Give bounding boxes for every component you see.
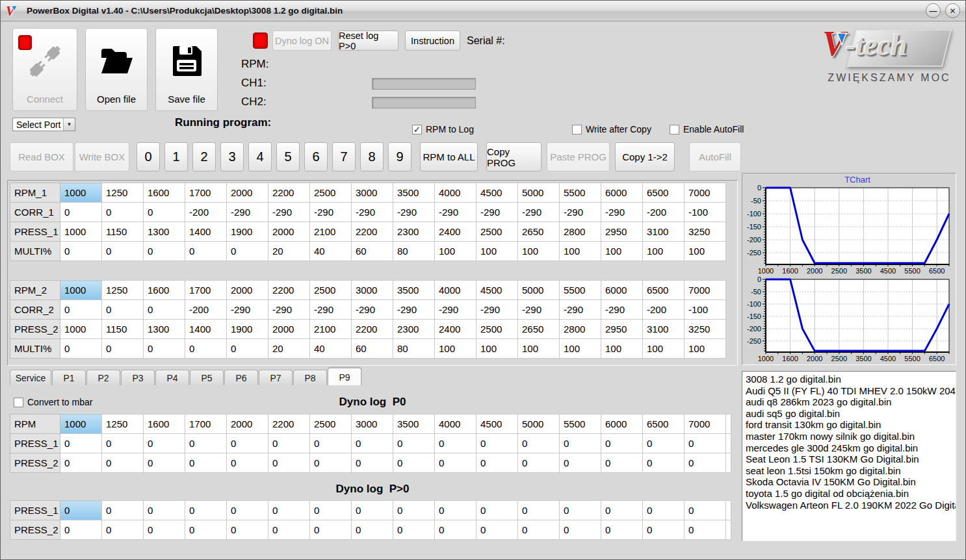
program-8-button[interactable]: 8 (360, 142, 384, 172)
grid-cell[interactable]: 7000 (685, 414, 726, 434)
grid-cell[interactable]: 0 (227, 242, 268, 261)
grid-cell[interactable]: 3500 (393, 281, 435, 300)
grid-cell[interactable]: 0 (393, 434, 435, 453)
file-list-item[interactable]: master 170km nowy silnik go digital.bin (746, 431, 956, 442)
grid-cell[interactable]: 1900 (227, 320, 268, 339)
grid-cell[interactable]: 1600 (144, 183, 185, 203)
grid-cell[interactable]: 0 (518, 501, 560, 520)
grid-cell[interactable]: 3000 (352, 414, 393, 434)
grid-cell[interactable]: 0 (601, 520, 643, 540)
grid-cell[interactable]: 0 (310, 453, 352, 473)
grid-cell[interactable]: 0 (185, 242, 227, 261)
grid-cell[interactable]: 6000 (601, 414, 643, 434)
grid-cell[interactable]: 0 (185, 434, 227, 453)
grid-cell[interactable]: 0 (643, 520, 685, 540)
grid-cell[interactable]: 0 (643, 501, 685, 520)
grid-cell[interactable]: 2200 (352, 222, 393, 242)
grid-cell[interactable]: 100 (643, 339, 685, 359)
grid-cell[interactable]: 1150 (102, 320, 144, 339)
rpm-to-log-checkbox[interactable]: ✓ RPM to Log (412, 124, 474, 134)
grid-cell[interactable]: 0 (352, 501, 393, 520)
grid-cell[interactable]: -290 (560, 203, 601, 222)
grid-cell[interactable]: 4000 (435, 281, 476, 300)
file-list-item[interactable]: mercedes gle 300d 245km go digital.bin (746, 442, 956, 454)
grid-cell[interactable]: -290 (227, 203, 268, 222)
grid-cell[interactable]: 1000 (60, 414, 102, 434)
program-7-button[interactable]: 7 (332, 142, 356, 172)
grid-cell[interactable]: 0 (601, 501, 643, 520)
grid-cell[interactable]: 40 (310, 339, 352, 359)
grid-cell[interactable]: 0 (144, 339, 185, 359)
grid-cell[interactable]: 0 (310, 434, 352, 453)
grid-cell[interactable]: -290 (518, 203, 560, 222)
grid-cell[interactable]: 1900 (227, 222, 268, 242)
grid-cell[interactable]: 0 (310, 520, 352, 540)
grid-cell[interactable]: 100 (643, 242, 685, 261)
grid-cell[interactable]: 0 (393, 453, 435, 473)
grid-cell[interactable]: 1250 (102, 414, 144, 434)
grid-cell[interactable]: 1400 (185, 320, 227, 339)
tab-p5[interactable]: P5 (190, 370, 224, 385)
grid-cell[interactable]: 0 (60, 520, 102, 540)
grid-cell[interactable]: 3000 (352, 281, 393, 300)
file-list-item[interactable]: audi sq5 go digital.bin (746, 408, 956, 420)
grid-cell[interactable]: 2500 (310, 414, 352, 434)
grid-cell[interactable]: 0 (102, 453, 144, 473)
grid-cell[interactable]: 2800 (560, 222, 601, 242)
save-file-button[interactable]: Save file (155, 28, 218, 111)
grid-cell[interactable]: 2100 (310, 222, 352, 242)
file-list[interactable]: 3008 1.2 go digital.binAudi Q5 II (FY FL… (742, 371, 956, 541)
grid-cell[interactable]: 2100 (310, 320, 352, 339)
read-box-button[interactable]: Read BOX (10, 142, 73, 172)
grid-cell[interactable]: 3000 (352, 183, 393, 203)
tab-p4[interactable]: P4 (155, 370, 189, 385)
grid-cell[interactable]: 0 (476, 501, 518, 520)
grid-cell[interactable]: -290 (310, 203, 352, 222)
grid-cell[interactable]: 0 (435, 520, 476, 540)
program-2-button[interactable]: 2 (192, 142, 216, 172)
grid-cell[interactable]: 6500 (643, 414, 685, 434)
grid-cell[interactable]: -290 (601, 203, 643, 222)
grid-cell[interactable]: -290 (476, 203, 518, 222)
grid-cell[interactable]: 5500 (560, 281, 601, 300)
grid-cell[interactable]: 0 (144, 300, 185, 320)
grid-cell[interactable]: 100 (601, 339, 643, 359)
file-list-item[interactable]: Skoda Octavia IV 150KM Go Digital.bin (746, 476, 956, 488)
grid-cell[interactable]: 40 (310, 242, 352, 261)
grid-cell[interactable]: 2500 (476, 320, 518, 339)
grid-cell[interactable]: 0 (685, 453, 726, 473)
program-4-button[interactable]: 4 (248, 142, 272, 172)
grid-cell[interactable]: -290 (268, 300, 310, 320)
grid-cell[interactable]: 0 (144, 434, 185, 453)
grid-cell[interactable]: 0 (476, 434, 518, 453)
grid-cell[interactable]: 2000 (227, 183, 268, 203)
grid-cell[interactable]: 80 (393, 242, 435, 261)
tab-p9[interactable]: P9 (328, 368, 361, 385)
grid-cell[interactable]: 0 (102, 434, 144, 453)
tab-service[interactable]: Service (10, 370, 51, 385)
grid-cell[interactable]: 0 (102, 520, 144, 540)
grid-cell[interactable]: 7000 (685, 281, 726, 300)
file-list-item[interactable]: toyota 1.5 go digital od obciążenia.bin (746, 488, 956, 500)
grid-cell[interactable]: 5000 (518, 183, 560, 203)
dyno-log-on-button[interactable]: Dyno log ON (272, 31, 332, 51)
grid-cell[interactable]: 0 (144, 242, 185, 261)
grid-cell[interactable]: 1000 (60, 222, 102, 242)
grid-cell[interactable]: -100 (685, 203, 726, 222)
tab-p3[interactable]: P3 (121, 370, 155, 385)
open-file-button[interactable]: Open file (85, 28, 148, 111)
grid-cell[interactable]: 100 (518, 242, 560, 261)
grid-cell[interactable]: 0 (268, 520, 310, 540)
tab-p1[interactable]: P1 (52, 370, 86, 385)
grid-cell[interactable]: -290 (393, 203, 435, 222)
grid-cell[interactable]: 2500 (476, 222, 518, 242)
file-list-item[interactable]: ford transit 130km go digital.bin (746, 419, 956, 431)
grid-cell[interactable]: -290 (435, 203, 476, 222)
grid-cell[interactable]: 1300 (144, 222, 185, 242)
grid-cell[interactable]: 0 (268, 501, 310, 520)
grid-cell[interactable]: 2300 (393, 222, 435, 242)
tab-p6[interactable]: P6 (224, 370, 258, 385)
grid-cell[interactable]: 2650 (518, 222, 560, 242)
grid-cell[interactable]: 0 (60, 242, 102, 261)
close-button[interactable]: ✕ (945, 3, 960, 18)
